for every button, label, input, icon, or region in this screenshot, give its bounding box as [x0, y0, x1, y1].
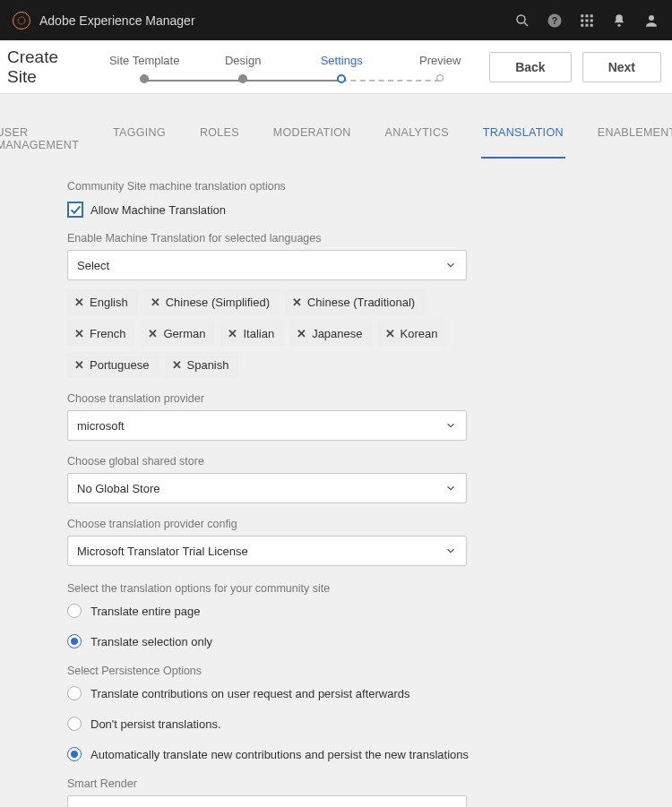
select-value: Select [77, 259, 109, 272]
close-icon: ✕ [292, 296, 302, 309]
step-dot [140, 74, 149, 83]
top-bar: Adobe Experience Manager ? [0, 0, 672, 40]
radio-input[interactable] [67, 747, 82, 761]
sub-header: Create Site Site Template Design Setting… [0, 40, 672, 94]
step-preview[interactable]: Preview [391, 54, 489, 82]
provider-config-fieldset: Choose translation provider config Micro… [67, 518, 605, 566]
provider-fieldset: Choose translation provider microsoft [67, 392, 605, 441]
radio-input[interactable] [67, 717, 82, 731]
provider-config-label: Choose translation provider config [67, 518, 605, 530]
close-icon: ✕ [148, 327, 158, 340]
tab-user-management[interactable]: USER MANAGEMENT [0, 121, 81, 159]
user-icon[interactable] [643, 13, 659, 29]
persistence-section: Select Persistence Options Translate con… [67, 665, 605, 761]
tag-english[interactable]: ✕English [67, 289, 138, 315]
provider-label: Choose translation provider [67, 392, 605, 405]
tab-moderation[interactable]: MODERATION [271, 121, 353, 159]
svg-rect-11 [581, 23, 583, 26]
close-icon: ✕ [385, 327, 395, 340]
back-button[interactable]: Back [489, 52, 571, 82]
tab-roles[interactable]: ROLES [198, 121, 241, 159]
svg-line-2 [524, 22, 528, 26]
chevron-down-icon [444, 482, 457, 494]
provider-select[interactable]: microsoft [67, 410, 467, 441]
radio-label: Don't persist translations. [90, 717, 221, 731]
enable-languages-fieldset: Enable Machine Translation for selected … [67, 232, 605, 378]
close-icon: ✕ [74, 296, 84, 309]
allow-mt-row: Allow Machine Translation [67, 202, 605, 218]
global-store-label: Choose global shared store [67, 455, 605, 468]
svg-rect-12 [586, 23, 589, 26]
svg-rect-13 [590, 23, 593, 26]
provider-config-select[interactable]: Microsoft Translator Trial License [67, 536, 467, 566]
check-icon [70, 204, 82, 216]
page-title: Create Site [5, 47, 95, 87]
tag-german[interactable]: ✕German [141, 321, 215, 347]
svg-rect-7 [590, 14, 593, 17]
aem-logo[interactable] [13, 12, 30, 30]
global-store-fieldset: Choose global shared store No Global Sto… [67, 455, 605, 503]
smart-render-label: Smart Render [67, 777, 605, 790]
tag-chinese-simplified[interactable]: ✕Chinese (Simplified) [143, 289, 280, 315]
topbar-right: ? [514, 13, 659, 29]
chevron-down-icon [444, 259, 457, 271]
step-site-template[interactable]: Site Template [95, 54, 194, 83]
tag-french[interactable]: ✕French [67, 321, 135, 347]
enable-languages-label: Enable Machine Translation for selected … [67, 232, 605, 245]
radio-label: Translate entire page [90, 605, 200, 618]
radio-input[interactable] [67, 686, 82, 700]
radio-label: Translate contributions on user request … [90, 687, 409, 700]
persist-none[interactable]: Don't persist translations. [67, 717, 605, 731]
translation-form: Community Site machine translation optio… [67, 180, 605, 807]
svg-rect-8 [581, 19, 583, 21]
app-title: Adobe Experience Manager [39, 13, 195, 28]
tag-korean[interactable]: ✕Korean [378, 321, 448, 347]
help-icon[interactable]: ? [547, 13, 563, 29]
tag-italian[interactable]: ✕Italian [220, 321, 284, 347]
persist-on-request[interactable]: Translate contributions on user request … [67, 686, 605, 700]
wizard-stepper: Site Template Design Settings Preview [95, 54, 489, 83]
select-value: microsoft [77, 419, 125, 433]
svg-rect-6 [586, 14, 589, 17]
persistence-heading: Select Persistence Options [67, 665, 605, 677]
tag-spanish[interactable]: ✕Spanish [165, 352, 239, 378]
svg-point-15 [649, 15, 654, 21]
close-icon: ✕ [74, 327, 84, 340]
tab-translation[interactable]: TRANSLATION [481, 121, 565, 159]
radio-label: Translate selection only [90, 635, 212, 648]
topbar-left: Adobe Experience Manager [13, 12, 195, 30]
apps-icon[interactable] [579, 13, 595, 29]
tab-enablement[interactable]: ENABLEMENT [596, 121, 672, 159]
search-icon[interactable] [514, 13, 530, 29]
opt-translate-selection-only[interactable]: Translate selection only [67, 634, 605, 648]
enable-languages-select[interactable]: Select [67, 250, 467, 280]
allow-mt-checkbox[interactable] [67, 202, 83, 218]
close-icon: ✕ [74, 358, 84, 372]
tag-portuguese[interactable]: ✕Portuguese [67, 352, 159, 378]
select-value: No Global Store [77, 482, 160, 495]
svg-point-0 [18, 17, 25, 24]
svg-rect-9 [586, 19, 589, 21]
close-icon: ✕ [297, 327, 306, 340]
step-dot [436, 74, 444, 82]
radio-input[interactable] [67, 634, 82, 648]
next-button[interactable]: Next [582, 52, 661, 82]
step-dot [337, 74, 346, 83]
svg-text:?: ? [552, 14, 557, 25]
options-section: Select the translation options for your … [67, 582, 605, 648]
wizard-buttons: Back Next [489, 52, 667, 82]
radio-input[interactable] [67, 604, 82, 618]
tag-chinese-traditional[interactable]: ✕Chinese (Traditional) [285, 289, 425, 315]
svg-rect-5 [581, 14, 583, 17]
global-store-select[interactable]: No Global Store [67, 473, 467, 503]
tab-tagging[interactable]: TAGGING [111, 121, 168, 159]
persist-auto[interactable]: Automatically translate new contribution… [67, 747, 605, 761]
opt-translate-entire-page[interactable]: Translate entire page [67, 604, 605, 618]
chevron-down-icon [444, 545, 457, 557]
select-value: Always show contributions in the origina… [77, 804, 338, 808]
tab-analytics[interactable]: ANALYTICS [383, 121, 451, 159]
bell-icon[interactable] [611, 13, 627, 29]
tag-japanese[interactable]: ✕Japanese [289, 321, 372, 347]
smart-render-fieldset: Smart Render Always show contributions i… [67, 777, 605, 807]
smart-render-select[interactable]: Always show contributions in the origina… [67, 795, 467, 807]
